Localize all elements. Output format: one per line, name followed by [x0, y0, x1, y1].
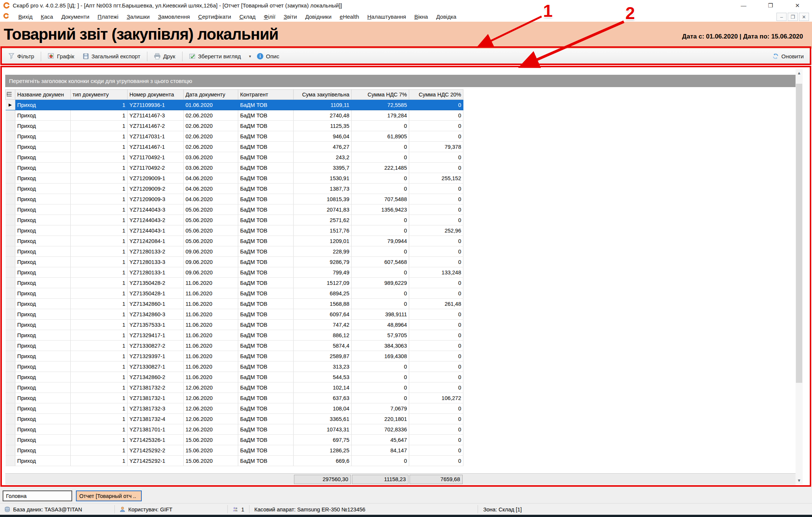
- table-row[interactable]: Приход1YZ71342860-211.06.2020БаДМ ТОВ544…: [6, 372, 463, 382]
- column-header-3[interactable]: Дата документу: [184, 90, 238, 100]
- cell: 669,6: [294, 456, 352, 466]
- column-header-5[interactable]: Сума закупівельна: [294, 90, 352, 100]
- save-view-button[interactable]: Зберегти вигляд: [186, 51, 244, 62]
- column-header-0[interactable]: Название докумен: [15, 90, 71, 100]
- table-row[interactable]: Приход1YZ71209009-304.06.2020БаДМ ТОВ108…: [6, 194, 463, 204]
- table-row[interactable]: Приход1YZ71147031-102.06.2020БаДМ ТОВ946…: [6, 131, 463, 142]
- cell: БаДМ ТОВ: [238, 424, 294, 435]
- menu-item-звіти[interactable]: Звіти: [279, 13, 301, 20]
- close-button[interactable]: ✕: [789, 0, 806, 11]
- table-row[interactable]: Приход1YZ71244043-205.06.2020БаДМ ТОВ257…: [6, 215, 463, 225]
- menu-item-налаштування[interactable]: Налаштування: [363, 13, 410, 20]
- restore-button[interactable]: ❐: [762, 0, 779, 11]
- save-view-dropdown-caret[interactable]: ▼: [248, 55, 252, 58]
- cell: 04.06.2020: [184, 184, 238, 194]
- chart-button[interactable]: Графік: [45, 51, 77, 62]
- mdi-restore-button[interactable]: ❐: [788, 13, 798, 21]
- export-button[interactable]: Загальний експорт: [80, 51, 144, 62]
- cell: БаДМ ТОВ: [238, 372, 294, 382]
- row-indicator: [6, 152, 15, 163]
- row-indicator: [6, 278, 15, 288]
- table-row[interactable]: Приход1YZ71425292-115.06.2020БаДМ ТОВ669…: [6, 456, 463, 466]
- scroll-down-arrow[interactable]: ▼: [796, 476, 803, 484]
- table-row[interactable]: Приход1YZ71209009-204.06.2020БаДМ ТОВ138…: [6, 184, 463, 194]
- menu-item-склад[interactable]: Склад: [235, 13, 260, 20]
- table-row[interactable]: Приход1YZ71209009-104.06.2020БаДМ ТОВ153…: [6, 173, 463, 184]
- save-export-icon: [83, 53, 89, 59]
- group-by-bar[interactable]: Перетягніть заголовок колонки сюди для у…: [5, 75, 796, 87]
- table-row[interactable]: Приход1YZ71280133-209.06.2020БаДМ ТОВ228…: [6, 246, 463, 257]
- menu-item-довідка[interactable]: Довідка: [432, 13, 460, 20]
- table-row[interactable]: Приход1YZ71280133-109.06.2020БаДМ ТОВ799…: [6, 267, 463, 278]
- cell: 1: [71, 246, 128, 257]
- app-logo-icon: [3, 2, 10, 9]
- cell: 179,284: [352, 110, 409, 121]
- column-header-1[interactable]: тип документу: [71, 90, 128, 100]
- application-window: Скарб pro v. 4.0.2.85 [ІД: ] - [Апт №003…: [0, 0, 812, 517]
- cell: Приход: [15, 100, 71, 110]
- table-row[interactable]: ▶Приход1YZ71109936-101.06.2020БаДМ ТОВ11…: [6, 100, 463, 110]
- menu-item-платежі[interactable]: Платежі: [94, 13, 123, 20]
- print-button[interactable]: Друк: [151, 51, 178, 62]
- table-row[interactable]: Приход1YZ71280133-309.06.2020БаДМ ТОВ928…: [6, 257, 463, 267]
- menu-item-каса[interactable]: Каса: [37, 13, 57, 20]
- scrollbar-thumb[interactable]: [796, 84, 802, 383]
- statusbar-user: Користувач: GIFT: [120, 504, 172, 515]
- tab-home[interactable]: Головна: [3, 490, 72, 501]
- table-row[interactable]: Приход1YZ71381732-112.06.2020БаДМ ТОВ637…: [6, 393, 463, 403]
- table-row[interactable]: Приход1YZ71342860-311.06.2020БаДМ ТОВ609…: [6, 309, 463, 320]
- table-row[interactable]: Приход1YZ71381732-312.06.2020БаДМ ТОВ108…: [6, 403, 463, 414]
- table-row[interactable]: Приход1YZ71244043-105.06.2020БаДМ ТОВ151…: [6, 225, 463, 236]
- column-header-6[interactable]: Сумма НДС 7%: [352, 90, 409, 100]
- table-row[interactable]: Приход1YZ71381732-412.06.2020БаДМ ТОВ336…: [6, 414, 463, 424]
- table-row[interactable]: Приход1YZ71342860-111.06.2020БаДМ ТОВ156…: [6, 299, 463, 309]
- mdi-minimize-button[interactable]: –: [776, 13, 787, 21]
- mdi-close-button[interactable]: ✕: [799, 13, 809, 21]
- table-row[interactable]: Приход1YZ71141467-202.06.2020БаДМ ТОВ112…: [6, 121, 463, 131]
- menu-item-філії[interactable]: Філії: [260, 13, 279, 20]
- cell: Приход: [15, 152, 71, 163]
- scroll-up-arrow[interactable]: ▲: [796, 69, 803, 77]
- table-row[interactable]: Приход1YZ71350428-111.06.2020БаДМ ТОВ689…: [6, 288, 463, 299]
- tab-report[interactable]: Отчет [Товарный отч ..: [76, 490, 142, 501]
- table-row[interactable]: Приход1YZ71141467-102.06.2020БаДМ ТОВ476…: [6, 142, 463, 152]
- table-row[interactable]: Приход1YZ71170492-203.06.2020БаДМ ТОВ339…: [6, 163, 463, 173]
- report-content-area: Перетягніть заголовок колонки сюди для у…: [0, 64, 812, 487]
- menu-item-вихід[interactable]: Вихід: [14, 13, 37, 20]
- menu-item-замовлення[interactable]: Замовлення: [154, 13, 194, 20]
- table-row[interactable]: Приход1YZ71330827-111.06.2020БаДМ ТОВ313…: [6, 361, 463, 372]
- column-header-7[interactable]: Сумма НДС 20%: [409, 90, 463, 100]
- table-row[interactable]: Приход1YZ71425292-215.06.2020БаДМ ТОВ128…: [6, 445, 463, 456]
- menu-item-залишки[interactable]: Залишки: [123, 13, 154, 20]
- table-row[interactable]: Приход1YZ71350428-211.06.2020БаДМ ТОВ151…: [6, 278, 463, 288]
- table-row[interactable]: Приход1YZ71357533-111.06.2020БаДМ ТОВ747…: [6, 320, 463, 330]
- cell: 0: [409, 278, 463, 288]
- table-row[interactable]: Приход1YZ71425326-115.06.2020БаДМ ТОВ697…: [6, 435, 463, 445]
- table-row[interactable]: Приход1YZ71141467-302.06.2020БаДМ ТОВ274…: [6, 110, 463, 121]
- filter-button[interactable]: Фільтр: [5, 51, 37, 62]
- column-header-4[interactable]: Контрагент: [238, 90, 294, 100]
- table-row[interactable]: Приход1YZ71329397-111.06.2020БаДМ ТОВ258…: [6, 351, 463, 361]
- table-row[interactable]: Приход1YZ71330827-211.06.2020БаДМ ТОВ587…: [6, 341, 463, 351]
- description-button[interactable]: i Опис: [254, 51, 282, 62]
- grid-corner-icon[interactable]: [6, 90, 15, 100]
- menu-item-довідники[interactable]: Довідники: [301, 13, 335, 20]
- table-row[interactable]: Приход1YZ71244043-305.06.2020БаДМ ТОВ207…: [6, 204, 463, 215]
- menu-item-сертифікати[interactable]: Сертифікати: [194, 13, 235, 20]
- menu-item-документи[interactable]: Документи: [57, 13, 94, 20]
- cell: БаДМ ТОВ: [238, 288, 294, 299]
- menu-item-ehealth[interactable]: eHealth: [335, 13, 363, 20]
- table-row[interactable]: Приход1YZ71381732-212.06.2020БаДМ ТОВ102…: [6, 382, 463, 393]
- column-header-2[interactable]: Номер документа: [128, 90, 184, 100]
- cell: Приход: [15, 351, 71, 361]
- table-row[interactable]: Приход1YZ71381701-112.06.2020БаДМ ТОВ107…: [6, 424, 463, 435]
- menu-item-вікна[interactable]: Вікна: [410, 13, 432, 20]
- refresh-button[interactable]: Оновити: [772, 53, 804, 59]
- cell: 255,152: [409, 173, 463, 184]
- table-row[interactable]: Приход1YZ71170492-103.06.2020БаДМ ТОВ243…: [6, 152, 463, 163]
- table-row[interactable]: Приход1YZ71242084-105.06.2020БаДМ ТОВ120…: [6, 236, 463, 246]
- vertical-scrollbar[interactable]: ▲ ▼: [796, 69, 803, 484]
- minimize-button[interactable]: —: [735, 0, 752, 11]
- table-row[interactable]: Приход1YZ71329417-111.06.2020БаДМ ТОВ886…: [6, 330, 463, 341]
- cell: БаДМ ТОВ: [238, 225, 294, 236]
